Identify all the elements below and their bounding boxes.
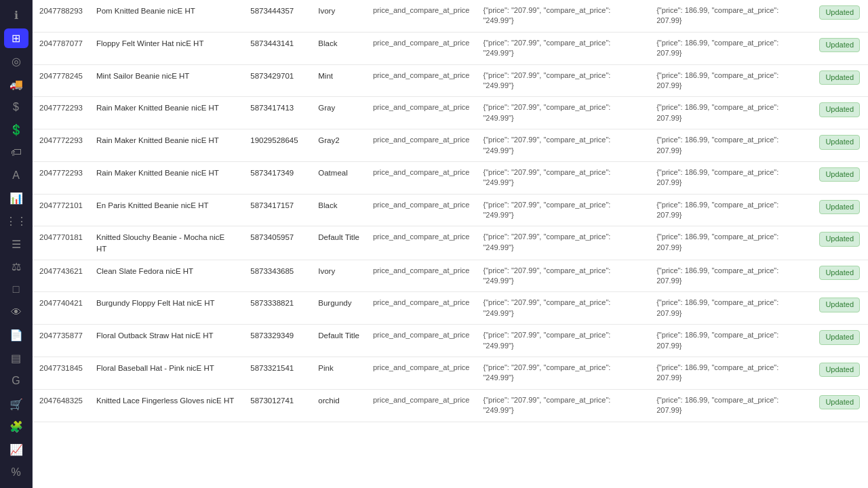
info-icon[interactable]: ℹ xyxy=(4,5,28,26)
cart-icon[interactable]: 🛒 xyxy=(4,394,28,414)
variant-id: 5873405957 xyxy=(243,226,311,260)
status-badge: Updated xyxy=(819,266,860,280)
table-row: 2047772293 Rain Maker Knitted Beanie nic… xyxy=(33,97,868,129)
new-value: {"price": 186.99, "compare_at_price": 20… xyxy=(650,129,812,162)
sidebar: ℹ⊞◎🚚$💲🏷A📊⋮⋮☰⚖□👁📄▤G🛒🧩📈% xyxy=(0,0,33,488)
text-icon[interactable]: A xyxy=(4,165,28,186)
variant-id: 5873321541 xyxy=(243,357,311,390)
new-value: {"price": 186.99, "compare_at_price": 20… xyxy=(650,0,812,32)
status-cell: Updated xyxy=(812,32,868,64)
field-name: price_and_compare_at_price xyxy=(366,389,476,422)
product-id: 2047788293 xyxy=(33,0,90,32)
field-name: price_and_compare_at_price xyxy=(366,129,476,162)
product-id: 2047772293 xyxy=(33,161,90,194)
tag-price-icon[interactable]: 💲 xyxy=(4,120,28,140)
status-cell: Updated xyxy=(812,0,868,32)
table-row: 2047648325 Knitted Lace Fingerless Glove… xyxy=(33,389,868,422)
new-value: {"price": 186.99, "compare_at_price": 20… xyxy=(650,226,812,260)
product-name: Rain Maker Knitted Beanie nicE HT xyxy=(90,161,243,194)
table-container[interactable]: 2047788293 Pom Knitted Beanie nicE HT 58… xyxy=(33,0,868,488)
product-id: 2047743621 xyxy=(33,260,90,292)
variant-id: 5873417157 xyxy=(243,194,311,226)
option-value: Burgundy xyxy=(311,292,366,325)
new-value: {"price": 186.99, "compare_at_price": 20… xyxy=(650,260,812,292)
product-id: 2047772293 xyxy=(33,129,90,162)
old-value: {"price": "207.99", "compare_at_price": … xyxy=(476,357,650,390)
field-name: price_and_compare_at_price xyxy=(366,194,476,226)
product-id: 2047648325 xyxy=(33,389,90,422)
new-value: {"price": 186.99, "compare_at_price": 20… xyxy=(650,325,812,357)
old-value: {"price": "207.99", "compare_at_price": … xyxy=(476,194,650,226)
status-badge: Updated xyxy=(819,298,860,312)
new-value: {"price": 186.99, "compare_at_price": 20… xyxy=(650,97,812,129)
field-name: price_and_compare_at_price xyxy=(366,32,476,64)
field-name: price_and_compare_at_price xyxy=(366,325,476,357)
variant-id: 5873343685 xyxy=(243,260,311,292)
status-badge: Updated xyxy=(819,102,860,117)
variant-id: 5873338821 xyxy=(243,292,311,325)
status-badge: Updated xyxy=(819,5,860,20)
product-id: 2047740421 xyxy=(33,292,90,325)
status-cell: Updated xyxy=(812,129,868,162)
new-value: {"price": 186.99, "compare_at_price": 20… xyxy=(650,32,812,64)
data-table: 2047788293 Pom Knitted Beanie nicE HT 58… xyxy=(33,0,868,422)
old-value: {"price": "207.99", "compare_at_price": … xyxy=(476,325,650,357)
percent-icon[interactable]: % xyxy=(4,462,28,483)
box-icon[interactable]: □ xyxy=(4,280,28,300)
apps-icon[interactable]: ⋮⋮ xyxy=(4,211,28,231)
status-cell: Updated xyxy=(812,325,868,357)
product-name: Floral Baseball Hat - Pink nicE HT xyxy=(90,357,243,390)
variant-id: 5873012741 xyxy=(243,389,311,422)
product-name: Floral Outback Straw Hat nicE HT xyxy=(90,325,243,357)
product-name: Pom Knitted Beanie nicE HT xyxy=(90,0,243,32)
status-cell: Updated xyxy=(812,97,868,129)
field-name: price_and_compare_at_price xyxy=(366,0,476,32)
location-icon[interactable]: ◎ xyxy=(4,51,28,71)
grid-icon[interactable]: ⊞ xyxy=(4,28,28,49)
google-icon[interactable]: G xyxy=(4,371,28,392)
old-value: {"price": "207.99", "compare_at_price": … xyxy=(476,0,650,32)
status-cell: Updated xyxy=(812,357,868,390)
table-row: 2047772293 Rain Maker Knitted Beanie nic… xyxy=(33,161,868,194)
doc-icon[interactable]: 📄 xyxy=(4,325,28,346)
product-name: Burgundy Floppy Felt Hat nicE HT xyxy=(90,292,243,325)
variant-id: 5873417349 xyxy=(243,161,311,194)
option-value: Default Title xyxy=(311,226,366,260)
status-badge: Updated xyxy=(819,70,860,85)
product-id: 2047787077 xyxy=(33,32,90,64)
old-value: {"price": "207.99", "compare_at_price": … xyxy=(476,32,650,64)
product-name: En Paris Knitted Beanie nicE HT xyxy=(90,194,243,226)
product-name: Knitted Slouchy Beanie - Mocha nicE HT xyxy=(90,226,243,260)
chart-icon[interactable]: 📊 xyxy=(4,188,28,209)
field-name: price_and_compare_at_price xyxy=(366,97,476,129)
variant-id: 19029528645 xyxy=(243,129,311,162)
status-badge: Updated xyxy=(819,167,860,182)
field-name: price_and_compare_at_price xyxy=(366,292,476,325)
new-value: {"price": 186.99, "compare_at_price": 20… xyxy=(650,292,812,325)
status-cell: Updated xyxy=(812,194,868,226)
option-value: Default Title xyxy=(311,325,366,357)
rows-icon[interactable]: ▤ xyxy=(4,348,28,369)
table-row: 2047731845 Floral Baseball Hat - Pink ni… xyxy=(33,357,868,390)
old-value: {"price": "207.99", "compare_at_price": … xyxy=(476,226,650,260)
product-name: Floppy Felt Winter Hat nicE HT xyxy=(90,32,243,64)
field-name: price_and_compare_at_price xyxy=(366,226,476,260)
status-badge: Updated xyxy=(819,200,860,214)
product-name: Rain Maker Knitted Beanie nicE HT xyxy=(90,97,243,129)
label-icon[interactable]: 🏷 xyxy=(4,142,28,163)
truck-icon[interactable]: 🚚 xyxy=(4,74,28,94)
status-badge: Updated xyxy=(819,135,860,149)
old-value: {"price": "207.99", "compare_at_price": … xyxy=(476,97,650,129)
list-icon[interactable]: ☰ xyxy=(4,234,28,254)
option-value: Black xyxy=(311,32,366,64)
eye-icon[interactable]: 👁 xyxy=(4,302,28,323)
scale-icon[interactable]: ⚖ xyxy=(4,257,28,277)
dollar-icon[interactable]: $ xyxy=(4,97,28,117)
status-cell: Updated xyxy=(812,64,868,97)
status-badge: Updated xyxy=(819,232,860,246)
table-row: 2047772101 En Paris Knitted Beanie nicE … xyxy=(33,194,868,226)
stats-icon[interactable]: 📈 xyxy=(4,440,28,460)
old-value: {"price": "207.99", "compare_at_price": … xyxy=(476,389,650,422)
puzzle-icon[interactable]: 🧩 xyxy=(4,417,28,437)
status-cell: Updated xyxy=(812,226,868,260)
